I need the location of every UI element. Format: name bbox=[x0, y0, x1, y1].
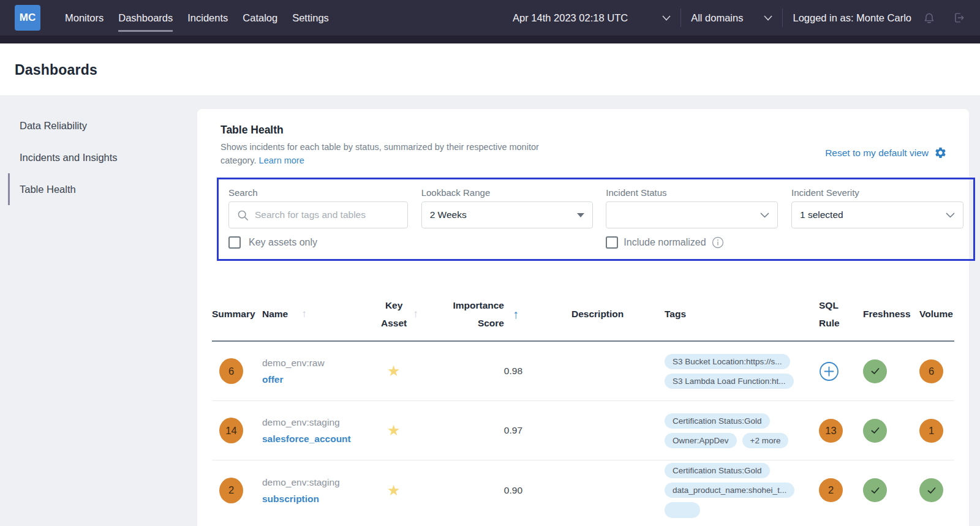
summary-badge[interactable]: 14 bbox=[219, 418, 243, 443]
caret-down-icon bbox=[577, 213, 584, 217]
search-input[interactable] bbox=[255, 209, 396, 220]
summary-badge[interactable]: 6 bbox=[219, 358, 243, 384]
importance-score-value: 0.90 bbox=[417, 485, 530, 496]
chevron-down-icon bbox=[760, 212, 769, 218]
include-normalized-label: Include normalized bbox=[624, 237, 706, 248]
sidebar-item-table-health[interactable]: Table Health bbox=[8, 173, 197, 205]
tag-pill[interactable]: Owner:AppDev bbox=[665, 433, 737, 448]
search-icon bbox=[237, 209, 249, 221]
nav-item-monitors[interactable]: Monitors bbox=[65, 12, 104, 24]
tags-cell: S3 Bucket Location:https://s... S3 Lambd… bbox=[665, 354, 819, 389]
filter-panel: Search Lookback Range 2 Weeks bbox=[217, 178, 975, 261]
panel-title: Table Health bbox=[221, 124, 573, 137]
logout-icon[interactable] bbox=[952, 10, 965, 25]
tag-pill-partial[interactable] bbox=[665, 502, 700, 518]
sort-asc-icon[interactable]: ↑ bbox=[301, 308, 307, 320]
importance-score-value: 0.97 bbox=[417, 425, 530, 436]
tag-pill[interactable]: data_product_name:shohei_t... bbox=[665, 483, 794, 498]
sql-rule-incident-count[interactable]: 2 bbox=[819, 478, 843, 502]
page-header: Dashboards bbox=[0, 43, 980, 96]
domain-selector[interactable]: All domains bbox=[691, 12, 772, 24]
search-field[interactable] bbox=[228, 201, 408, 228]
volume-incident-count[interactable]: 6 bbox=[919, 359, 943, 383]
main-menu: Monitors Dashboards Incidents Catalog Se… bbox=[65, 12, 329, 24]
checkbox-icon[interactable] bbox=[228, 236, 241, 249]
incident-status-select[interactable] bbox=[606, 201, 778, 228]
tag-pill[interactable]: S3 Bucket Location:https://s... bbox=[665, 354, 790, 369]
table-schema: demo_env:staging bbox=[262, 414, 366, 430]
volume-ok-icon[interactable] bbox=[919, 478, 943, 502]
domain-value: All domains bbox=[691, 12, 743, 24]
learn-more-link[interactable]: Learn more bbox=[259, 156, 304, 165]
incident-severity-label: Incident Severity bbox=[791, 187, 963, 198]
col-sql-rule: SQL Rule bbox=[819, 296, 863, 332]
incident-severity-select[interactable]: 1 selected bbox=[791, 201, 963, 228]
key-assets-only-checkbox[interactable]: Key assets only bbox=[228, 236, 408, 249]
table-schema: demo_env:staging bbox=[262, 474, 366, 490]
chevron-down-icon bbox=[946, 212, 955, 218]
reset-default-view[interactable]: Reset to my default view bbox=[825, 138, 947, 167]
lookback-range-select[interactable]: 2 Weeks bbox=[421, 201, 593, 228]
col-tags: Tags bbox=[665, 309, 819, 320]
table-health-table: Summary Name ↑ Key Asset ↑ Importance Sc… bbox=[212, 288, 954, 520]
sql-rule-incident-count[interactable]: 13 bbox=[819, 419, 843, 443]
table-header-row: Summary Name ↑ Key Asset ↑ Importance Sc… bbox=[212, 288, 954, 342]
tag-pill[interactable]: S3 Lambda Load Function:ht... bbox=[665, 374, 794, 389]
key-asset-star-icon[interactable]: ★ bbox=[387, 422, 401, 438]
tags-cell: Certification Status:Gold data_product_n… bbox=[665, 463, 819, 518]
table-schema: demo_env:raw bbox=[262, 355, 366, 371]
reset-default-view-label[interactable]: Reset to my default view bbox=[825, 148, 929, 159]
datetime-selector[interactable]: Apr 14th 2023 02:18 UTC bbox=[513, 12, 671, 24]
table-row: 14 demo_env:staging salesforce_account ★… bbox=[212, 401, 954, 460]
table-row: 6 demo_env:raw offer ★ 0.98 S3 Bucket Lo… bbox=[212, 342, 954, 401]
key-asset-star-icon[interactable]: ★ bbox=[387, 363, 401, 379]
nav-item-incidents[interactable]: Incidents bbox=[187, 12, 228, 24]
page-title: Dashboards bbox=[15, 62, 980, 78]
freshness-ok-icon[interactable] bbox=[863, 419, 887, 443]
tag-pill[interactable]: Certification Status:Gold bbox=[665, 463, 770, 478]
nav-item-dashboards[interactable]: Dashboards bbox=[118, 12, 173, 24]
col-volume: Volume bbox=[919, 309, 957, 320]
col-summary: Summary bbox=[212, 309, 262, 320]
sort-asc-active-icon[interactable]: ↑ bbox=[513, 307, 519, 321]
include-normalized-checkbox[interactable]: Include normalized bbox=[606, 236, 778, 249]
sidebar-item-incidents-insights[interactable]: Incidents and Insights bbox=[8, 141, 197, 173]
chevron-down-icon bbox=[662, 15, 671, 21]
col-importance-score[interactable]: Importance Score ↑ bbox=[417, 296, 530, 332]
add-sql-rule-icon[interactable] bbox=[819, 361, 863, 381]
col-key-asset[interactable]: Key Asset ↑ bbox=[366, 296, 417, 332]
col-name[interactable]: Name ↑ bbox=[262, 308, 366, 320]
gear-icon[interactable] bbox=[934, 146, 947, 159]
incident-status-label: Incident Status bbox=[606, 187, 778, 198]
summary-badge[interactable]: 2 bbox=[219, 478, 243, 503]
search-label: Search bbox=[228, 187, 408, 198]
top-nav: MC Monitors Dashboards Incidents Catalog… bbox=[0, 0, 980, 43]
info-icon[interactable] bbox=[712, 236, 724, 249]
tag-more-pill[interactable]: +2 more bbox=[742, 433, 789, 448]
nav-item-catalog[interactable]: Catalog bbox=[243, 12, 277, 24]
app-logo[interactable]: MC bbox=[15, 5, 40, 31]
panel-description: Shows incidents for each table by status… bbox=[221, 141, 573, 167]
dashboards-sidebar: Data Reliability Incidents and Insights … bbox=[0, 96, 197, 526]
sidebar-item-data-reliability[interactable]: Data Reliability bbox=[8, 110, 197, 141]
key-asset-star-icon[interactable]: ★ bbox=[387, 482, 401, 498]
table-name-link[interactable]: salesforce_account bbox=[262, 434, 351, 444]
tag-pill[interactable]: Certification Status:Gold bbox=[665, 413, 770, 429]
freshness-ok-icon[interactable] bbox=[863, 359, 887, 383]
table-row: 2 demo_env:staging subscription ★ 0.90 C… bbox=[212, 460, 954, 520]
chevron-down-icon bbox=[764, 15, 772, 21]
nav-item-settings[interactable]: Settings bbox=[292, 12, 329, 24]
key-assets-only-label: Key assets only bbox=[249, 237, 317, 248]
importance-score-value: 0.98 bbox=[417, 366, 530, 377]
checkbox-icon[interactable] bbox=[606, 236, 618, 249]
col-freshness: Freshness bbox=[863, 309, 919, 320]
freshness-ok-icon[interactable] bbox=[863, 478, 887, 502]
nav-divider bbox=[680, 9, 681, 27]
table-name-link[interactable]: subscription bbox=[262, 494, 319, 504]
nav-bottom-strip bbox=[0, 36, 980, 43]
notifications-bell-icon[interactable] bbox=[922, 10, 936, 25]
volume-incident-count[interactable]: 1 bbox=[919, 419, 943, 443]
tags-cell: Certification Status:Gold Owner:AppDev +… bbox=[665, 413, 819, 448]
table-name-link[interactable]: offer bbox=[262, 374, 283, 385]
nav-divider bbox=[782, 9, 783, 27]
